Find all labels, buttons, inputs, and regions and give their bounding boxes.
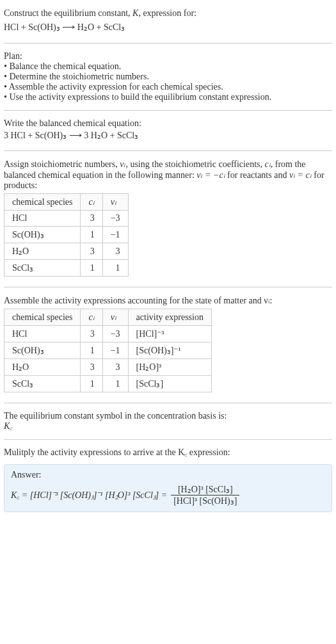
divider [4, 403, 332, 403]
activity-section: Assemble the activity expressions accoun… [4, 291, 332, 399]
col-species: chemical species [4, 309, 81, 326]
cell-ci: 3 [81, 326, 102, 342]
stoich-text-a: Assign stoichiometric numbers, [4, 159, 120, 169]
table-row: HCl 3 −3 [4, 211, 129, 227]
table-row: Sc(OH)₃ 1 −1 [Sc(OH)₃]⁻¹ [4, 342, 212, 359]
table-header-row: chemical species cᵢ νᵢ [4, 194, 129, 211]
multiply-section: Mulitply the activity expressions to arr… [4, 444, 332, 462]
stoich-table: chemical species cᵢ νᵢ HCl 3 −3 Sc(OH)₃ … [4, 193, 129, 277]
kc-frac-den: [HCl]³ [Sc(OH)₃] [171, 495, 239, 506]
cell-activity: [ScCl₃] [128, 376, 211, 392]
cell-ci: 1 [81, 342, 102, 359]
col-ci: cᵢ [81, 309, 102, 326]
prompt-K: K [132, 8, 138, 18]
cell-ci: 3 [81, 211, 102, 227]
cell-nu: −3 [102, 211, 128, 227]
kc-symbol: K꜀ [4, 421, 332, 431]
cell-nu: 1 [102, 376, 128, 392]
cell-nu: 3 [102, 243, 128, 260]
cell-ci: 3 [81, 359, 102, 376]
plan-section: Plan: • Balance the chemical equation. •… [4, 47, 332, 106]
kc-fraction: [H₂O]³ [ScCl₃] [HCl]³ [Sc(OH)₃] [171, 484, 239, 506]
activity-table: chemical species cᵢ νᵢ activity expressi… [4, 309, 212, 392]
cell-ci: 3 [81, 243, 102, 260]
table-row: Sc(OH)₃ 1 −1 [4, 227, 129, 243]
cell-nu: −3 [102, 326, 128, 342]
cell-nu: −1 [102, 342, 128, 359]
balanced-equation: 3 HCl + Sc(OH)₃ ⟶ 3 H₂O + ScCl₃ [4, 129, 332, 143]
cell-ci: 1 [81, 227, 102, 243]
col-species: chemical species [4, 194, 81, 211]
prompt-line1: Construct the equilibrium constant, K, e… [4, 6, 332, 20]
col-nu: νᵢ [102, 194, 128, 211]
table-row: ScCl₃ 1 1 [4, 260, 129, 277]
col-nu: νᵢ [102, 309, 128, 326]
cell-species: HCl [4, 326, 81, 342]
stoich-text-d: for reactants and [225, 170, 289, 180]
cell-activity: [Sc(OH)₃]⁻¹ [128, 342, 211, 359]
table-row: ScCl₃ 1 1 [ScCl₃] [4, 376, 212, 392]
col-ci: cᵢ [81, 194, 102, 211]
ci-symbol: cᵢ [265, 159, 271, 169]
kc-lhs: K꜀ = [HCl]⁻³ [Sc(OH)₃]⁻¹ [H₂O]³ [ScCl₃] … [11, 490, 167, 501]
divider [4, 287, 332, 287]
cell-ci: 1 [81, 260, 102, 277]
rel2: νᵢ = cᵢ [289, 170, 312, 180]
table-row: H₂O 3 3 [4, 243, 129, 260]
answer-label: Answer: [11, 470, 325, 480]
divider [4, 110, 332, 111]
table-row: H₂O 3 3 [H₂O]³ [4, 359, 212, 376]
prompt-text-b: , expression for: [138, 8, 196, 18]
cell-activity: [HCl]⁻³ [128, 326, 211, 342]
plan-heading: Plan: [4, 51, 332, 61]
cell-species: H₂O [4, 359, 81, 376]
divider [4, 43, 332, 44]
divider [4, 150, 332, 151]
kc-expression: K꜀ = [HCl]⁻³ [Sc(OH)₃]⁻¹ [H₂O]³ [ScCl₃] … [11, 484, 325, 506]
activity-intro: Assemble the activity expressions accoun… [4, 295, 332, 306]
unbalanced-equation: HCl + Sc(OH)₃ ⟶ H₂O + ScCl₃ [4, 20, 332, 35]
rel1: νᵢ = −cᵢ [196, 170, 225, 180]
cell-species: Sc(OH)₃ [4, 342, 81, 359]
multiply-text: Mulitply the activity expressions to arr… [4, 447, 332, 458]
cell-species: ScCl₃ [4, 376, 81, 392]
cell-nu: −1 [102, 227, 128, 243]
stoich-intro-section: Assign stoichiometric numbers, νᵢ, using… [4, 155, 332, 283]
prompt-section: Construct the equilibrium constant, K, e… [4, 3, 332, 39]
table-header-row: chemical species cᵢ νᵢ activity expressi… [4, 309, 212, 326]
table-row: HCl 3 −3 [HCl]⁻³ [4, 326, 212, 342]
cell-ci: 1 [81, 376, 102, 392]
answer-box: Answer: K꜀ = [HCl]⁻³ [Sc(OH)₃]⁻¹ [H₂O]³ … [4, 464, 332, 512]
col-activity: activity expression [128, 309, 211, 326]
cell-species: H₂O [4, 243, 81, 260]
kc-frac-num: [H₂O]³ [ScCl₃] [171, 484, 239, 495]
plan-item: • Determine the stoichiometric numbers. [4, 72, 332, 82]
balanced-section: Write the balanced chemical equation: 3 … [4, 115, 332, 147]
cell-activity: [H₂O]³ [128, 359, 211, 376]
plan-item: • Assemble the activity expression for e… [4, 82, 332, 92]
plan-item: • Balance the chemical equation. [4, 61, 332, 72]
cell-species: Sc(OH)₃ [4, 227, 81, 243]
cell-species: HCl [4, 211, 81, 227]
cell-species: ScCl₃ [4, 260, 81, 277]
cell-nu: 1 [102, 260, 128, 277]
kc-symbol-line: The equilibrium constant symbol in the c… [4, 411, 332, 421]
balanced-heading: Write the balanced chemical equation: [4, 118, 332, 129]
stoich-text-b: , using the stoichiometric coefficients, [125, 159, 264, 169]
plan-item: • Use the activity expressions to build … [4, 92, 332, 102]
cell-nu: 3 [102, 359, 128, 376]
prompt-text-a: Construct the equilibrium constant, [4, 8, 132, 18]
divider [4, 439, 332, 440]
kc-symbol-section: The equilibrium constant symbol in the c… [4, 407, 332, 435]
